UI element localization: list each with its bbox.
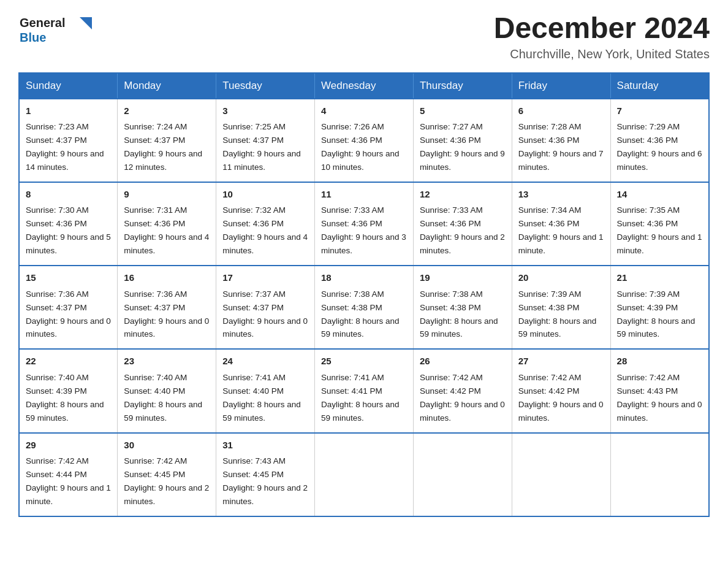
month-title: December 2024 — [494, 12, 710, 45]
day-number: 11 — [321, 188, 407, 202]
day-info: Sunrise: 7:33 AMSunset: 4:36 PMDaylight:… — [321, 205, 406, 255]
day-number: 24 — [222, 354, 308, 369]
day-number: 10 — [222, 188, 308, 202]
day-info: Sunrise: 7:29 AMSunset: 4:36 PMDaylight:… — [617, 122, 702, 172]
day-number: 22 — [26, 354, 111, 369]
week-row-5: 29 Sunrise: 7:42 AMSunset: 4:44 PMDaylig… — [19, 433, 709, 516]
day-number: 15 — [26, 271, 111, 285]
calendar-cell: 6 Sunrise: 7:28 AMSunset: 4:36 PMDayligh… — [512, 99, 610, 182]
calendar-cell: 1 Sunrise: 7:23 AMSunset: 4:37 PMDayligh… — [19, 99, 118, 182]
day-number: 21 — [617, 271, 702, 285]
calendar-cell: 28 Sunrise: 7:42 AMSunset: 4:43 PMDaylig… — [610, 349, 709, 432]
logo-svg: General Blue — [18, 12, 92, 46]
svg-text:General: General — [20, 16, 65, 29]
day-info: Sunrise: 7:42 AMSunset: 4:42 PMDaylight:… — [518, 373, 604, 423]
header-saturday: Saturday — [610, 73, 709, 99]
day-number: 28 — [617, 354, 702, 369]
calendar-cell — [512, 433, 610, 516]
day-number: 1 — [26, 104, 111, 118]
calendar-cell: 12 Sunrise: 7:33 AMSunset: 4:36 PMDaylig… — [413, 182, 512, 266]
day-number: 13 — [518, 188, 604, 202]
calendar-cell: 3 Sunrise: 7:25 AMSunset: 4:37 PMDayligh… — [216, 99, 315, 182]
calendar-cell: 31 Sunrise: 7:43 AMSunset: 4:45 PMDaylig… — [216, 433, 315, 516]
header-wednesday: Wednesday — [315, 73, 414, 99]
day-info: Sunrise: 7:42 AMSunset: 4:45 PMDaylight:… — [124, 456, 209, 506]
day-number: 18 — [321, 271, 407, 285]
day-number: 16 — [124, 271, 210, 285]
day-info: Sunrise: 7:27 AMSunset: 4:36 PMDaylight:… — [420, 122, 505, 172]
day-number: 8 — [26, 188, 111, 202]
day-number: 4 — [321, 104, 407, 118]
calendar-cell — [413, 433, 512, 516]
day-info: Sunrise: 7:40 AMSunset: 4:39 PMDaylight:… — [26, 373, 104, 423]
day-number: 5 — [420, 104, 506, 118]
day-info: Sunrise: 7:42 AMSunset: 4:44 PMDaylight:… — [26, 456, 111, 506]
day-info: Sunrise: 7:40 AMSunset: 4:40 PMDaylight:… — [124, 373, 202, 423]
day-number: 9 — [124, 188, 210, 202]
calendar-cell: 7 Sunrise: 7:29 AMSunset: 4:36 PMDayligh… — [610, 99, 709, 182]
day-number: 17 — [222, 271, 308, 285]
calendar-cell — [315, 433, 414, 516]
calendar-cell: 14 Sunrise: 7:35 AMSunset: 4:36 PMDaylig… — [610, 182, 709, 266]
day-info: Sunrise: 7:36 AMSunset: 4:37 PMDaylight:… — [124, 289, 209, 339]
svg-marker-1 — [80, 17, 92, 29]
day-info: Sunrise: 7:34 AMSunset: 4:36 PMDaylight:… — [518, 205, 604, 255]
calendar-cell: 8 Sunrise: 7:30 AMSunset: 4:36 PMDayligh… — [19, 182, 118, 266]
day-number: 12 — [420, 188, 506, 202]
day-number: 2 — [124, 104, 210, 118]
calendar-cell: 29 Sunrise: 7:42 AMSunset: 4:44 PMDaylig… — [19, 433, 118, 516]
day-number: 20 — [518, 271, 604, 285]
location: Churchville, New York, United States — [494, 47, 710, 61]
calendar-cell: 16 Sunrise: 7:36 AMSunset: 4:37 PMDaylig… — [118, 266, 216, 349]
day-info: Sunrise: 7:42 AMSunset: 4:42 PMDaylight:… — [420, 373, 505, 423]
day-info: Sunrise: 7:39 AMSunset: 4:38 PMDaylight:… — [518, 289, 597, 339]
day-info: Sunrise: 7:42 AMSunset: 4:43 PMDaylight:… — [617, 373, 702, 423]
calendar-cell: 21 Sunrise: 7:39 AMSunset: 4:39 PMDaylig… — [610, 266, 709, 349]
calendar-cell: 25 Sunrise: 7:41 AMSunset: 4:41 PMDaylig… — [315, 349, 414, 432]
day-info: Sunrise: 7:41 AMSunset: 4:40 PMDaylight:… — [222, 373, 301, 423]
day-number: 19 — [420, 271, 506, 285]
day-info: Sunrise: 7:33 AMSunset: 4:36 PMDaylight:… — [420, 205, 505, 255]
svg-text:Blue: Blue — [20, 31, 46, 44]
day-info: Sunrise: 7:36 AMSunset: 4:37 PMDaylight:… — [26, 289, 111, 339]
day-info: Sunrise: 7:32 AMSunset: 4:36 PMDaylight:… — [222, 205, 308, 255]
logo: General Blue — [18, 12, 92, 46]
header-monday: Monday — [118, 73, 216, 99]
day-number: 7 — [617, 104, 702, 118]
day-info: Sunrise: 7:23 AMSunset: 4:37 PMDaylight:… — [26, 122, 104, 172]
day-number: 23 — [124, 354, 210, 369]
calendar-cell: 20 Sunrise: 7:39 AMSunset: 4:38 PMDaylig… — [512, 266, 610, 349]
calendar-cell: 4 Sunrise: 7:26 AMSunset: 4:36 PMDayligh… — [315, 99, 414, 182]
day-info: Sunrise: 7:31 AMSunset: 4:36 PMDaylight:… — [124, 205, 209, 255]
calendar-cell: 10 Sunrise: 7:32 AMSunset: 4:36 PMDaylig… — [216, 182, 315, 266]
week-row-3: 15 Sunrise: 7:36 AMSunset: 4:37 PMDaylig… — [19, 266, 709, 349]
day-number: 3 — [222, 104, 308, 118]
day-info: Sunrise: 7:38 AMSunset: 4:38 PMDaylight:… — [420, 289, 498, 339]
calendar-cell: 24 Sunrise: 7:41 AMSunset: 4:40 PMDaylig… — [216, 349, 315, 432]
day-info: Sunrise: 7:28 AMSunset: 4:36 PMDaylight:… — [518, 122, 604, 172]
header-sunday: Sunday — [19, 73, 118, 99]
day-number: 29 — [26, 439, 111, 453]
calendar-cell: 9 Sunrise: 7:31 AMSunset: 4:36 PMDayligh… — [118, 182, 216, 266]
day-info: Sunrise: 7:30 AMSunset: 4:36 PMDaylight:… — [26, 205, 111, 255]
day-info: Sunrise: 7:25 AMSunset: 4:37 PMDaylight:… — [222, 122, 301, 172]
calendar-cell: 2 Sunrise: 7:24 AMSunset: 4:37 PMDayligh… — [118, 99, 216, 182]
calendar-cell — [610, 433, 709, 516]
calendar-cell: 5 Sunrise: 7:27 AMSunset: 4:36 PMDayligh… — [413, 99, 512, 182]
calendar-cell: 19 Sunrise: 7:38 AMSunset: 4:38 PMDaylig… — [413, 266, 512, 349]
calendar-table: SundayMondayTuesdayWednesdayThursdayFrid… — [18, 72, 710, 517]
day-info: Sunrise: 7:35 AMSunset: 4:36 PMDaylight:… — [617, 205, 702, 255]
header-friday: Friday — [512, 73, 610, 99]
calendar-cell: 15 Sunrise: 7:36 AMSunset: 4:37 PMDaylig… — [19, 266, 118, 349]
day-number: 30 — [124, 439, 210, 453]
day-number: 6 — [518, 104, 604, 118]
calendar-cell: 26 Sunrise: 7:42 AMSunset: 4:42 PMDaylig… — [413, 349, 512, 432]
calendar-cell: 18 Sunrise: 7:38 AMSunset: 4:38 PMDaylig… — [315, 266, 414, 349]
day-number: 26 — [420, 354, 506, 369]
week-row-2: 8 Sunrise: 7:30 AMSunset: 4:36 PMDayligh… — [19, 182, 709, 266]
week-row-4: 22 Sunrise: 7:40 AMSunset: 4:39 PMDaylig… — [19, 349, 709, 432]
header-tuesday: Tuesday — [216, 73, 315, 99]
day-info: Sunrise: 7:26 AMSunset: 4:36 PMDaylight:… — [321, 122, 400, 172]
calendar-header-row: SundayMondayTuesdayWednesdayThursdayFrid… — [19, 73, 709, 99]
calendar-cell: 17 Sunrise: 7:37 AMSunset: 4:37 PMDaylig… — [216, 266, 315, 349]
